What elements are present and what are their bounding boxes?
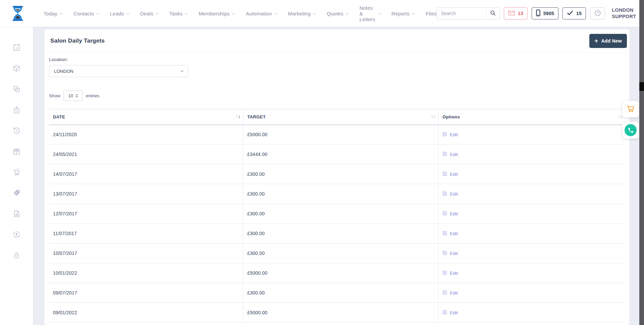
edit-pencil-icon (442, 230, 447, 236)
scrollbar-thumb[interactable] (639, 82, 644, 91)
nav-item-notes-letters[interactable]: Notes & Letters (360, 5, 380, 22)
table-row: 09/07/2017 £300.00 Edit (49, 283, 625, 303)
edit-link[interactable]: Edit (442, 230, 458, 236)
chevron-down-icon (156, 11, 159, 15)
date-cell: 09/01/2022 (49, 303, 243, 323)
nav-item-files[interactable]: Files (426, 11, 437, 16)
table-row: 24/11/2020 £5000.00 Edit (49, 125, 625, 145)
svg-text:$: $ (15, 192, 17, 195)
chevron-down-icon (96, 11, 99, 15)
nav-item-marketing[interactable]: Marketing (288, 11, 316, 16)
edit-pencil-icon (442, 171, 447, 177)
date-cell: 11/07/2017 (49, 224, 243, 243)
card-header: Salon Daily Targets + Add New (44, 30, 630, 53)
edit-label: Edit (450, 251, 458, 256)
spinner-arrows-icon (76, 94, 78, 98)
add-new-button[interactable]: + Add New (589, 34, 627, 48)
floating-phone-button[interactable] (622, 122, 639, 139)
date-cell: 10/07/2017 (49, 243, 243, 263)
column-header-options[interactable]: Options ↑↓ (438, 109, 625, 125)
options-cell: Edit (438, 184, 625, 204)
nav-item-quotes[interactable]: Quotes (327, 11, 348, 16)
nav-item-contacts[interactable]: Contacts (73, 11, 99, 16)
floating-cart-button[interactable] (622, 101, 639, 117)
scrollbar-track (639, 0, 644, 325)
lock-icon[interactable] (12, 251, 21, 260)
show-label: Show (49, 93, 60, 98)
edit-link[interactable]: Edit (442, 131, 458, 138)
support-account-icon[interactable] (12, 230, 21, 239)
edit-link[interactable]: Edit (442, 310, 458, 316)
column-header-date[interactable]: DATE ↑↓ (49, 109, 243, 125)
edit-pencil-icon (442, 290, 447, 296)
check-icon (567, 10, 573, 17)
edit-label: Edit (450, 231, 458, 236)
page-size-select[interactable]: 10 (63, 91, 83, 101)
options-cell: Edit (438, 224, 625, 243)
edit-link[interactable]: Edit (442, 270, 458, 276)
options-cell: Edit (438, 303, 625, 323)
messages-badge[interactable]: 13 (504, 7, 528, 19)
edit-label: Edit (450, 271, 458, 276)
chevron-down-icon (313, 11, 316, 15)
column-header-target[interactable]: TARGET ↑↓ (243, 109, 438, 125)
edit-link[interactable]: Edit (442, 290, 458, 296)
edit-link[interactable]: Edit (442, 191, 458, 197)
phone-icon (625, 124, 637, 136)
envelope-icon (508, 10, 515, 17)
hourglass-logo[interactable] (11, 5, 25, 22)
calls-badge[interactable]: 5905 (532, 7, 558, 19)
edit-label: Edit (450, 152, 458, 157)
show-entries-row: Show 10 entries (49, 91, 625, 101)
search-button[interactable] (486, 8, 499, 19)
page-size-value: 10 (68, 93, 73, 98)
chevron-down-icon (378, 12, 381, 14)
options-cell: Edit (438, 283, 625, 303)
edit-link[interactable]: Edit (442, 211, 458, 217)
nav-item-reports[interactable]: Reports (391, 11, 415, 16)
edit-link[interactable]: Edit (442, 151, 458, 157)
nav-item-tasks[interactable]: Tasks (169, 11, 187, 16)
calls-count: 5905 (543, 11, 554, 16)
topbar: Today Contacts Leads Deals Tasks Members… (0, 0, 644, 27)
add-new-label: Add New (601, 38, 622, 44)
chevron-down-icon (185, 11, 188, 15)
chevron-down-icon (126, 11, 129, 15)
mobile-phone-icon (536, 9, 540, 17)
main-nav: Today Contacts Leads Deals Tasks Members… (44, 5, 437, 22)
options-cell: Edit (438, 125, 625, 145)
edit-pencil-icon (442, 270, 447, 276)
cart-icon[interactable] (12, 168, 21, 176)
nav-item-automation[interactable]: Automation (246, 11, 277, 16)
location-select[interactable]: LONDON (49, 65, 188, 77)
nav-item-leads[interactable]: Leads (110, 11, 129, 16)
calendar-icon[interactable]: 12 (12, 43, 21, 52)
edit-pencil-icon (442, 250, 447, 256)
gift-icon[interactable] (12, 147, 21, 156)
chevron-down-icon (60, 11, 63, 15)
nav-item-deals[interactable]: Deals (140, 11, 158, 16)
edit-link[interactable]: Edit (442, 171, 458, 177)
search-input[interactable] (437, 8, 486, 19)
target-cell: £300.00 (243, 283, 438, 303)
targets-table-wrap: DATE ↑↓ TARGET ↑↓ Options ↑↓ (49, 109, 625, 323)
nav-item-memberships[interactable]: Memberships (199, 11, 234, 16)
nav-item-today[interactable]: Today (44, 11, 62, 16)
copy-icon[interactable] (12, 85, 21, 93)
user-name: LONDON SUPPORT (612, 7, 636, 20)
bag-download-icon[interactable] (12, 105, 21, 114)
chevron-down-icon (232, 11, 235, 15)
completed-badge[interactable]: 15 (562, 7, 586, 19)
options-cell: Edit (438, 263, 625, 283)
edit-pencil-icon (442, 211, 447, 217)
date-cell: 10/01/2022 (49, 263, 243, 283)
edit-pencil-icon (442, 191, 447, 197)
help-button[interactable]: ? (590, 7, 605, 19)
price-tag-icon[interactable]: $ (12, 188, 21, 197)
chevron-down-icon (180, 69, 184, 72)
package-icon[interactable] (12, 64, 21, 72)
targets-table: DATE ↑↓ TARGET ↑↓ Options ↑↓ (49, 109, 625, 323)
history-icon[interactable] (12, 126, 21, 135)
report-icon[interactable] (12, 209, 21, 218)
edit-link[interactable]: Edit (442, 250, 458, 256)
